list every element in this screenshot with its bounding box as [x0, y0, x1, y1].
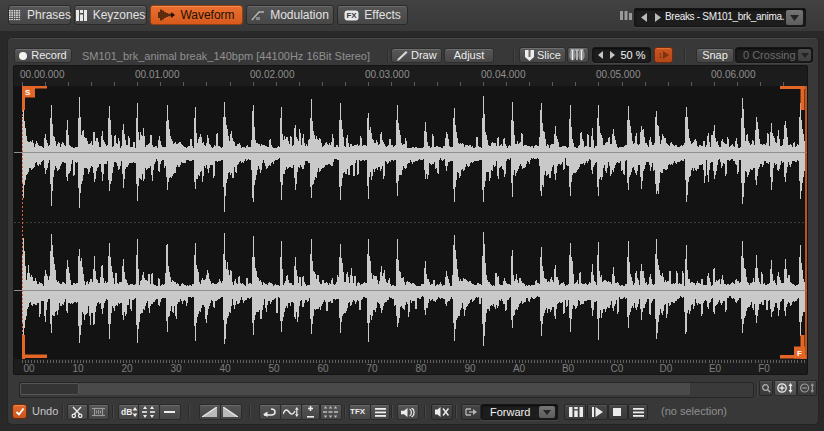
svg-text:S: S — [25, 88, 31, 97]
svg-text:FX: FX — [347, 11, 358, 20]
svg-text:F: F — [797, 349, 802, 358]
svg-text:1: 1 — [658, 51, 663, 59]
